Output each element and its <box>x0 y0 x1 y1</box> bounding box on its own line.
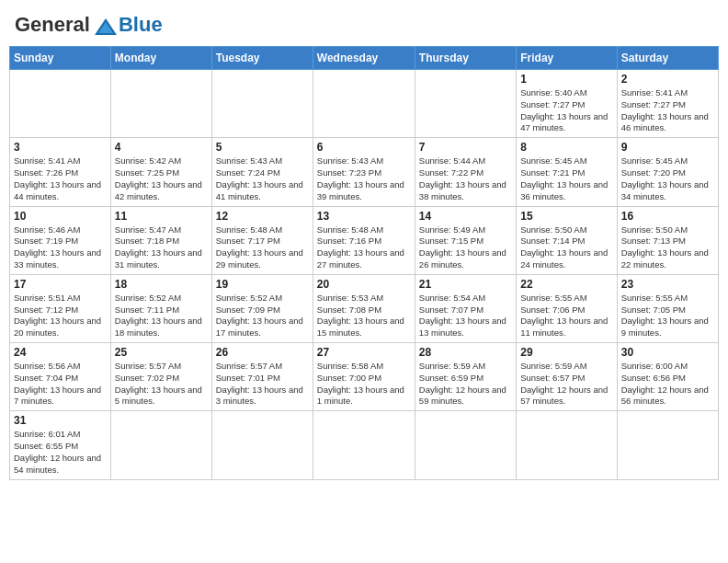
calendar-day-28: 28Sunrise: 5:59 AMSunset: 6:59 PMDayligh… <box>415 343 516 411</box>
day-number: 15 <box>520 210 612 223</box>
day-info: Sunrise: 5:42 AMSunset: 7:25 PMDaylight:… <box>115 155 208 202</box>
calendar-day-5: 5Sunrise: 5:43 AMSunset: 7:24 PMDaylight… <box>211 138 313 206</box>
calendar-empty-cell <box>313 70 415 138</box>
day-info: Sunrise: 5:48 AMSunset: 7:17 PMDaylight:… <box>216 224 309 271</box>
day-info: Sunrise: 6:00 AMSunset: 6:56 PMDaylight:… <box>621 361 714 408</box>
calendar-day-18: 18Sunrise: 5:52 AMSunset: 7:11 PMDayligh… <box>110 274 211 342</box>
day-info: Sunrise: 5:56 AMSunset: 7:04 PMDaylight:… <box>14 361 107 408</box>
calendar-day-1: 1Sunrise: 5:40 AMSunset: 7:27 PMDaylight… <box>517 70 617 138</box>
weekday-header-friday: Friday <box>517 47 617 70</box>
day-info: Sunrise: 5:51 AMSunset: 7:12 PMDaylight:… <box>14 293 107 339</box>
calendar-day-11: 11Sunrise: 5:47 AMSunset: 7:18 PMDayligh… <box>110 206 211 274</box>
calendar-day-31: 31Sunrise: 6:01 AMSunset: 6:55 PMDayligh… <box>10 411 111 479</box>
day-info: Sunrise: 5:46 AMSunset: 7:19 PMDaylight:… <box>14 224 107 271</box>
day-number: 13 <box>317 210 411 223</box>
calendar-day-26: 26Sunrise: 5:57 AMSunset: 7:01 PMDayligh… <box>211 343 313 411</box>
weekday-header-thursday: Thursday <box>415 47 516 70</box>
calendar-day-14: 14Sunrise: 5:49 AMSunset: 7:15 PMDayligh… <box>415 206 516 274</box>
calendar-day-3: 3Sunrise: 5:41 AMSunset: 7:26 PMDaylight… <box>10 138 111 206</box>
day-info: Sunrise: 5:44 AMSunset: 7:22 PMDaylight:… <box>419 155 512 202</box>
calendar-empty-cell <box>110 411 211 479</box>
day-info: Sunrise: 5:41 AMSunset: 7:27 PMDaylight:… <box>621 87 714 134</box>
day-number: 7 <box>419 141 512 154</box>
calendar-empty-cell <box>617 411 718 479</box>
calendar-day-4: 4Sunrise: 5:42 AMSunset: 7:25 PMDaylight… <box>110 138 211 206</box>
calendar-day-25: 25Sunrise: 5:57 AMSunset: 7:02 PMDayligh… <box>110 343 211 411</box>
calendar-day-8: 8Sunrise: 5:45 AMSunset: 7:21 PMDaylight… <box>517 138 617 206</box>
day-info: Sunrise: 5:57 AMSunset: 7:01 PMDaylight:… <box>216 361 309 408</box>
day-number: 22 <box>520 278 612 291</box>
calendar-empty-cell <box>313 411 415 479</box>
calendar-day-6: 6Sunrise: 5:43 AMSunset: 7:23 PMDaylight… <box>313 138 415 206</box>
day-number: 28 <box>419 346 512 359</box>
day-info: Sunrise: 5:55 AMSunset: 7:05 PMDaylight:… <box>621 293 714 339</box>
day-number: 8 <box>520 141 612 154</box>
day-info: Sunrise: 5:52 AMSunset: 7:11 PMDaylight:… <box>115 293 208 339</box>
day-info: Sunrise: 5:49 AMSunset: 7:15 PMDaylight:… <box>419 224 512 271</box>
day-number: 5 <box>216 141 309 154</box>
weekday-header-wednesday: Wednesday <box>313 47 415 70</box>
calendar-day-17: 17Sunrise: 5:51 AMSunset: 7:12 PMDayligh… <box>10 274 111 342</box>
calendar-empty-cell <box>110 70 211 138</box>
calendar-day-23: 23Sunrise: 5:55 AMSunset: 7:05 PMDayligh… <box>617 274 718 342</box>
day-number: 26 <box>216 346 309 359</box>
calendar-empty-cell <box>415 70 516 138</box>
day-number: 20 <box>317 278 411 291</box>
calendar-day-9: 9Sunrise: 5:45 AMSunset: 7:20 PMDaylight… <box>617 138 718 206</box>
day-info: Sunrise: 5:41 AMSunset: 7:26 PMDaylight:… <box>14 155 107 202</box>
day-info: Sunrise: 5:50 AMSunset: 7:13 PMDaylight:… <box>621 224 714 271</box>
calendar-empty-cell <box>517 411 617 479</box>
calendar-week-row: 1Sunrise: 5:40 AMSunset: 7:27 PMDaylight… <box>10 70 719 138</box>
day-info: Sunrise: 5:50 AMSunset: 7:14 PMDaylight:… <box>520 224 612 271</box>
day-number: 23 <box>621 278 714 291</box>
calendar-day-19: 19Sunrise: 5:52 AMSunset: 7:09 PMDayligh… <box>211 274 313 342</box>
day-number: 29 <box>520 346 612 359</box>
day-info: Sunrise: 5:48 AMSunset: 7:16 PMDaylight:… <box>317 224 411 271</box>
day-info: Sunrise: 5:59 AMSunset: 6:59 PMDaylight:… <box>419 361 512 408</box>
day-info: Sunrise: 5:59 AMSunset: 6:57 PMDaylight:… <box>520 361 612 408</box>
day-number: 21 <box>419 278 512 291</box>
day-info: Sunrise: 5:55 AMSunset: 7:06 PMDaylight:… <box>520 293 612 339</box>
calendar-day-13: 13Sunrise: 5:48 AMSunset: 7:16 PMDayligh… <box>313 206 415 274</box>
day-info: Sunrise: 5:54 AMSunset: 7:07 PMDaylight:… <box>419 293 512 339</box>
logo-general-text: General <box>15 13 90 37</box>
calendar-day-21: 21Sunrise: 5:54 AMSunset: 7:07 PMDayligh… <box>415 274 516 342</box>
weekday-header-sunday: Sunday <box>10 47 111 70</box>
calendar-day-2: 2Sunrise: 5:41 AMSunset: 7:27 PMDaylight… <box>617 70 718 138</box>
calendar-day-12: 12Sunrise: 5:48 AMSunset: 7:17 PMDayligh… <box>211 206 313 274</box>
day-info: Sunrise: 5:45 AMSunset: 7:20 PMDaylight:… <box>621 155 714 202</box>
day-info: Sunrise: 5:53 AMSunset: 7:08 PMDaylight:… <box>317 293 411 339</box>
day-number: 18 <box>115 278 208 291</box>
calendar-empty-cell <box>211 411 313 479</box>
calendar-day-24: 24Sunrise: 5:56 AMSunset: 7:04 PMDayligh… <box>10 343 111 411</box>
weekday-header-saturday: Saturday <box>617 47 718 70</box>
day-number: 6 <box>317 141 411 154</box>
header: General Blue <box>9 9 719 40</box>
day-number: 27 <box>317 346 411 359</box>
day-number: 12 <box>216 210 309 223</box>
calendar-empty-cell <box>10 70 111 138</box>
calendar-day-16: 16Sunrise: 5:50 AMSunset: 7:13 PMDayligh… <box>617 206 718 274</box>
day-number: 9 <box>621 141 714 154</box>
calendar-day-30: 30Sunrise: 6:00 AMSunset: 6:56 PMDayligh… <box>617 343 718 411</box>
day-info: Sunrise: 5:57 AMSunset: 7:02 PMDaylight:… <box>115 361 208 408</box>
day-info: Sunrise: 5:52 AMSunset: 7:09 PMDaylight:… <box>216 293 309 339</box>
calendar-week-row: 24Sunrise: 5:56 AMSunset: 7:04 PMDayligh… <box>10 343 719 411</box>
weekday-header-tuesday: Tuesday <box>211 47 313 70</box>
day-info: Sunrise: 5:45 AMSunset: 7:21 PMDaylight:… <box>520 155 612 202</box>
logo: General Blue <box>15 13 163 37</box>
day-info: Sunrise: 5:43 AMSunset: 7:23 PMDaylight:… <box>317 155 411 202</box>
calendar-week-row: 17Sunrise: 5:51 AMSunset: 7:12 PMDayligh… <box>10 274 719 342</box>
day-number: 11 <box>115 210 208 223</box>
calendar-day-20: 20Sunrise: 5:53 AMSunset: 7:08 PMDayligh… <box>313 274 415 342</box>
day-number: 1 <box>520 73 612 86</box>
logo-icon <box>93 17 119 37</box>
calendar-day-29: 29Sunrise: 5:59 AMSunset: 6:57 PMDayligh… <box>517 343 617 411</box>
calendar-week-row: 10Sunrise: 5:46 AMSunset: 7:19 PMDayligh… <box>10 206 719 274</box>
calendar-empty-cell <box>415 411 516 479</box>
day-number: 30 <box>621 346 714 359</box>
day-number: 25 <box>115 346 208 359</box>
day-number: 2 <box>621 73 714 86</box>
calendar-header-row: SundayMondayTuesdayWednesdayThursdayFrid… <box>10 47 719 70</box>
day-number: 14 <box>419 210 512 223</box>
